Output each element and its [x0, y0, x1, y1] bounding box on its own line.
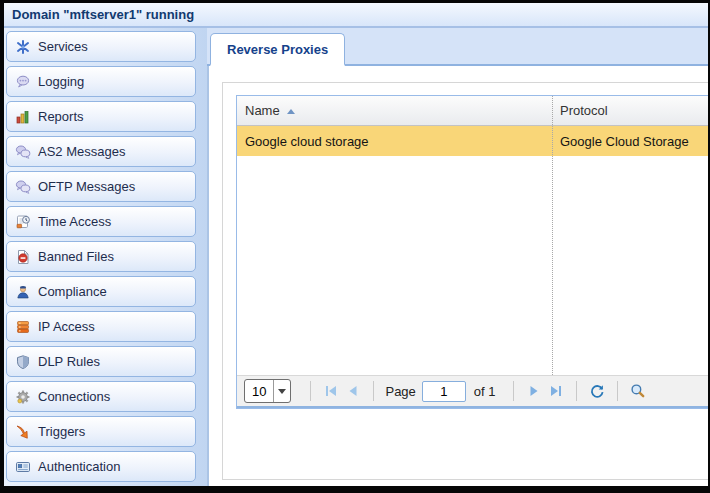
banned-files-icon	[15, 249, 31, 265]
authentication-icon	[15, 459, 31, 475]
sidebar-item-label: AS2 Messages	[38, 144, 125, 159]
sidebar-item-label: IP Access	[38, 319, 95, 334]
first-page-button[interactable]	[320, 380, 342, 402]
content-tab-panel: Reverse Proxies Name Protocol	[207, 28, 708, 486]
tab-reverse-proxies[interactable]: Reverse Proxies	[210, 33, 345, 66]
sidebar-item-triggers[interactable]: Triggers	[6, 416, 196, 447]
reverse-proxies-grid: Name Protocol Google cloud storage Googl…	[236, 95, 708, 409]
first-page-icon	[323, 383, 339, 399]
sidebar-item-label: DLP Rules	[38, 354, 100, 369]
sidebar-item-label: Triggers	[38, 424, 85, 439]
column-header-protocol[interactable]: Protocol	[552, 96, 708, 125]
sort-ascending-icon	[287, 109, 295, 114]
sidebar-item-label: Time Access	[38, 214, 111, 229]
sidebar-item-label: Services	[38, 39, 88, 54]
oftp-messages-icon	[15, 179, 31, 195]
refresh-icon	[589, 383, 605, 399]
ip-access-icon	[15, 319, 31, 335]
sidebar-item-oftp-messages[interactable]: OFTP Messages	[6, 171, 196, 202]
sidebar-item-dlp-rules[interactable]: DLP Rules	[6, 346, 196, 377]
sidebar-item-compliance[interactable]: Compliance	[6, 276, 196, 307]
grid-empty-area	[237, 156, 708, 375]
sidebar-item-label: Compliance	[38, 284, 107, 299]
page-label: Page	[385, 384, 415, 399]
compliance-icon	[15, 284, 31, 300]
sidebar-item-label: Reports	[38, 109, 84, 124]
services-icon	[15, 39, 31, 55]
tab-label: Reverse Proxies	[227, 42, 328, 57]
toolbar-separator	[373, 381, 374, 401]
last-page-icon	[548, 383, 564, 399]
toolbar-separator	[310, 381, 311, 401]
sidebar-item-label: Authentication	[38, 459, 120, 474]
search-icon	[630, 383, 646, 399]
paging-toolbar: 10 Page	[237, 375, 708, 408]
sidebar-item-label: Connections	[38, 389, 110, 404]
page-number-input[interactable]	[422, 381, 466, 402]
toolbar-separator	[617, 381, 618, 401]
toolbar-separator	[576, 381, 577, 401]
as2-messages-icon	[15, 144, 31, 160]
chevron-down-icon	[278, 389, 286, 394]
content-panel: Name Protocol Google cloud storage Googl…	[222, 82, 708, 480]
app-window: Domain "mftserver1" running Services Log…	[0, 0, 710, 493]
table-row-selected[interactable]: Google cloud storage Google Cloud Storag…	[237, 126, 708, 156]
search-button[interactable]	[627, 380, 649, 402]
sidebar-item-label: OFTP Messages	[38, 179, 135, 194]
reports-icon	[15, 109, 31, 125]
main-area: Services Logging Reports AS2 Messages OF…	[4, 28, 708, 486]
dlp-rules-icon	[15, 354, 31, 370]
toolbar-separator	[513, 381, 514, 401]
sidebar-item-logging[interactable]: Logging	[6, 66, 196, 97]
tab-strip: Reverse Proxies	[207, 28, 708, 66]
sidebar-item-label: Logging	[38, 74, 84, 89]
last-page-button[interactable]	[545, 380, 567, 402]
column-header-name[interactable]: Name	[237, 96, 552, 125]
sidebar-item-services[interactable]: Services	[6, 31, 196, 62]
connections-icon	[15, 389, 31, 405]
window-title: Domain "mftserver1" running	[12, 7, 194, 22]
page-size-dropdown-button[interactable]	[273, 380, 290, 402]
page-size-select[interactable]: 10	[244, 379, 291, 403]
triggers-icon	[15, 424, 31, 440]
sidebar-item-authentication[interactable]: Authentication	[6, 451, 196, 482]
logging-icon	[15, 74, 31, 90]
refresh-button[interactable]	[586, 380, 608, 402]
sidebar-accordion: Services Logging Reports AS2 Messages OF…	[4, 28, 207, 486]
cell-protocol: Google Cloud Storage	[552, 126, 708, 156]
sidebar-item-connections[interactable]: Connections	[6, 381, 196, 412]
sidebar-item-reports[interactable]: Reports	[6, 101, 196, 132]
page-size-value: 10	[245, 384, 273, 399]
sidebar-item-label: Banned Files	[38, 249, 114, 264]
sidebar-item-time-access[interactable]: Time Access	[6, 206, 196, 237]
time-access-icon	[15, 214, 31, 230]
next-page-button[interactable]	[523, 380, 545, 402]
column-header-label: Name	[245, 103, 280, 118]
previous-page-button[interactable]	[342, 380, 364, 402]
column-header-label: Protocol	[560, 103, 608, 118]
window-title-bar: Domain "mftserver1" running	[4, 3, 708, 28]
sidebar-item-ip-access[interactable]: IP Access	[6, 311, 196, 342]
previous-page-icon	[345, 383, 361, 399]
grid-header: Name Protocol	[237, 96, 708, 126]
page-count-label: of 1	[474, 384, 496, 399]
sidebar-item-as2-messages[interactable]: AS2 Messages	[6, 136, 196, 167]
next-page-icon	[526, 383, 542, 399]
sidebar-item-banned-files[interactable]: Banned Files	[6, 241, 196, 272]
column-separator	[552, 96, 553, 375]
cell-name: Google cloud storage	[237, 126, 552, 156]
tab-body: Name Protocol Google cloud storage Googl…	[207, 66, 708, 486]
